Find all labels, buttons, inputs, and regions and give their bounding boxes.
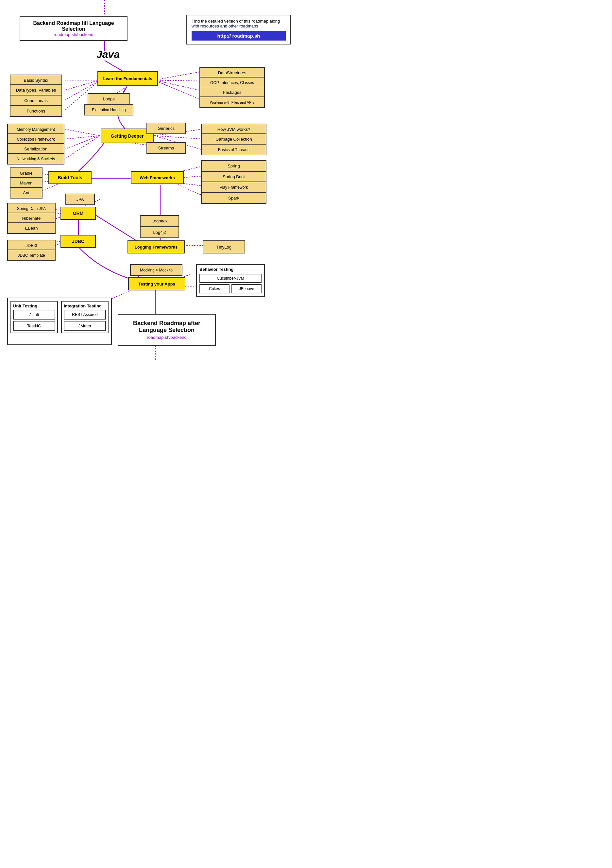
svg-line-8 [154,71,203,80]
unit-testing-label: Unit Testing [13,304,55,308]
exception-handling-node[interactable]: Exception Handling [84,104,133,115]
jpa-node[interactable]: JPA [65,194,95,205]
logging-frameworks-node[interactable]: Logging Frameworks [127,240,185,253]
svg-line-10 [154,80,203,91]
orm-node[interactable]: ORM [60,207,96,220]
roadmap-url-btn[interactable]: http:// roadmap.sh [192,31,286,40]
rest-assured-node[interactable]: REST Assured [64,310,106,319]
spring-node[interactable]: Spring [201,160,266,172]
info-text: Find the detailed version of this roadma… [192,19,286,28]
spark-node[interactable]: Spark [201,192,266,204]
testng-node[interactable]: TestNG [13,321,55,331]
integration-testing-label: Integration Testing [64,304,106,308]
svg-line-28 [173,183,203,195]
jdbc-node[interactable]: JDBC [60,235,96,248]
datatypes-variables-node[interactable]: DataTypes, Variables [10,84,62,96]
header-title: Backend Roadmap till Language Selection [25,20,122,32]
info-box: Find the detailed version of this roadma… [186,15,291,45]
svg-line-3 [65,80,100,90]
backend-after-title: Backend Roadmap after Language Selection [125,320,209,333]
working-files-node[interactable]: Working with Files and APIs [200,96,265,108]
behavior-testing-group: Behavior Testing Cucumber-JVM Cukes JBeh… [196,264,265,297]
log4j2-node[interactable]: Log4j2 [140,227,179,238]
generics-node[interactable]: Generics [146,122,186,134]
networking-node[interactable]: Networking & Sockets [7,153,64,164]
page: .conn-solid { fill: none; stroke: #9400D… [0,0,306,434]
tinylog-node[interactable]: TinyLog [203,240,245,253]
logback-node[interactable]: Logback [140,215,179,227]
bottom-title-box: Backend Roadmap after Language Selection… [118,314,216,346]
backend-after-link[interactable]: roadmap.sh/backend [125,335,209,340]
play-framework-node[interactable]: Play Framework [201,181,266,193]
ebean-node[interactable]: EBean [7,222,56,234]
svg-line-9 [154,80,203,81]
junit-node[interactable]: JUnit [13,310,55,319]
jdbc-template-node[interactable]: JDBC Template [7,250,56,261]
getting-deeper-node[interactable]: Getting Deeper [101,129,153,143]
testing-node[interactable]: Testing your Apps [128,277,185,290]
streams-node[interactable]: Streams [146,142,186,154]
basics-threads-node[interactable]: Basics of Threads [201,144,266,155]
svg-line-14 [65,136,100,149]
jbehave-node[interactable]: JBehave [231,284,262,293]
ant-node[interactable]: Ant [10,187,42,198]
svg-line-12 [65,129,100,136]
svg-line-11 [154,80,203,101]
header-link[interactable]: roadmap.sh/backend [25,32,122,37]
learn-fundamentals-node[interactable]: Learn the Fundamentals [98,71,158,86]
build-tools-node[interactable]: Build Tools [48,171,91,184]
unit-integration-group: Unit Testing JUnit TestNG Integration Te… [7,298,112,345]
conditionals-node[interactable]: Conditionals [10,95,62,106]
spring-boot-node[interactable]: Spring Boot [201,171,266,183]
svg-line-13 [65,136,100,139]
java-title: Java [96,48,120,60]
cucumber-jvm-node[interactable]: Cucumber-JVM [200,274,262,283]
loops-node[interactable]: Loops [88,93,130,105]
behavior-testing-label: Behavior Testing [200,267,262,272]
jmeter-node[interactable]: JMeter [64,321,106,331]
svg-line-15 [65,136,100,159]
web-frameworks-node[interactable]: Web Frameworks [131,171,184,184]
header-title-box: Backend Roadmap till Language Selection … [20,16,127,41]
functions-node[interactable]: Functions [10,105,62,117]
mocking-node[interactable]: Mocking > Mockito [130,264,183,276]
svg-line-19 [154,136,203,139]
garbage-collection-node[interactable]: Garbage Collection [201,133,266,145]
cukes-node[interactable]: Cukes [200,284,229,293]
